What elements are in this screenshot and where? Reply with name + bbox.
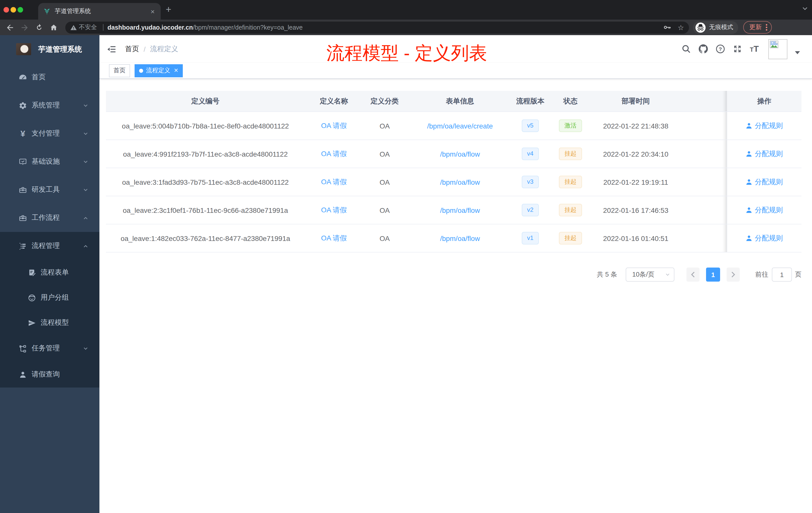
sidebar-item-payment[interactable]: ¥ 支付管理 bbox=[0, 119, 99, 148]
goto-page-input[interactable] bbox=[772, 268, 792, 281]
bookmark-star-icon[interactable]: ☆ bbox=[678, 24, 684, 31]
reload-button[interactable] bbox=[35, 23, 44, 32]
sidebar-item-process-management[interactable]: 流程管理 bbox=[0, 232, 99, 260]
forward-button[interactable] bbox=[20, 23, 29, 32]
page-number-1[interactable]: 1 bbox=[706, 268, 720, 281]
cell-definition-category: OA bbox=[363, 122, 406, 130]
table-row: oa_leave:1:482ec033-762a-11ec-8477-a2380… bbox=[106, 224, 802, 252]
breadcrumb-home[interactable]: 首页 bbox=[125, 44, 139, 54]
select-caret-icon bbox=[665, 273, 670, 276]
github-icon[interactable] bbox=[699, 44, 708, 54]
sidebar-item-infrastructure[interactable]: 基础设施 bbox=[0, 148, 99, 176]
fullscreen-icon[interactable] bbox=[733, 44, 743, 54]
window-chevron-icon[interactable] bbox=[802, 6, 808, 10]
form-info-link[interactable]: /bpm/oa/flow bbox=[440, 150, 480, 158]
back-button[interactable] bbox=[5, 23, 14, 32]
incognito-badge: 无痕模式 bbox=[693, 21, 738, 34]
column-header-deploy-time: 部署时间 bbox=[594, 97, 677, 105]
status-badge: 激活 bbox=[559, 119, 582, 132]
app-logo-row[interactable]: 芋道管理系统 bbox=[0, 35, 99, 63]
sidebar-item-home[interactable]: 首页 bbox=[0, 63, 99, 91]
sidebar-toggle-icon[interactable] bbox=[107, 44, 116, 54]
assign-rule-button[interactable]: 分配规则 bbox=[746, 121, 783, 130]
help-icon[interactable]: ? bbox=[716, 44, 725, 54]
definition-name-link[interactable]: OA 请假 bbox=[321, 234, 347, 242]
chevron-down-icon bbox=[83, 345, 88, 351]
sidebar-item-workflow[interactable]: 工作流程 bbox=[0, 204, 99, 232]
cell-deploy-time: 2022-01-16 17:46:53 bbox=[594, 206, 677, 214]
url-path[interactable]: /bpm/manager/definition?key=oa_leave bbox=[193, 24, 302, 31]
avatar[interactable] bbox=[768, 39, 787, 59]
table-row: oa_leave:5:004b710b-7b8a-11ec-8ef0-acde4… bbox=[106, 112, 802, 140]
sidebar-item-task-management[interactable]: 任务管理 bbox=[0, 335, 99, 361]
sidebar-item-label: 用户分组 bbox=[41, 293, 69, 302]
form-info-link[interactable]: /bpm/oa/flow bbox=[440, 206, 480, 214]
sidebar-item-process-model[interactable]: 流程模型 bbox=[0, 310, 99, 335]
window-close-button[interactable] bbox=[3, 7, 9, 12]
cell-definition-category: OA bbox=[363, 206, 406, 214]
sidebar-item-leave-query[interactable]: 请假查询 bbox=[0, 361, 99, 388]
tab-title: 芋道管理系统 bbox=[55, 7, 150, 16]
window-minimize-button[interactable] bbox=[10, 7, 16, 12]
prev-page-button[interactable] bbox=[687, 268, 699, 281]
tag-home[interactable]: 首页 bbox=[109, 64, 130, 77]
pagination: 共 5 条 10条/页 1 前往 bbox=[106, 268, 802, 281]
table-row: oa_leave:2:3c1f0ef1-76b1-11ec-9c66-a2380… bbox=[106, 196, 802, 224]
font-size-icon[interactable]: TT bbox=[750, 44, 759, 54]
tab-close-icon[interactable]: × bbox=[150, 7, 156, 15]
browser-update-button[interactable]: 更新 bbox=[743, 21, 772, 34]
assign-rule-button[interactable]: 分配规则 bbox=[746, 234, 783, 243]
search-icon[interactable] bbox=[682, 44, 691, 54]
goto-label: 前往 bbox=[755, 270, 768, 279]
new-tab-button[interactable]: + bbox=[166, 4, 171, 15]
incognito-label: 无痕模式 bbox=[709, 23, 733, 32]
page-size-select[interactable]: 10条/页 bbox=[626, 268, 674, 281]
password-key-icon[interactable] bbox=[663, 23, 672, 32]
assign-rule-button[interactable]: 分配规则 bbox=[746, 149, 783, 158]
assign-rule-button[interactable]: 分配规则 bbox=[746, 177, 783, 186]
cell-definition-id: oa_leave:5:004b710b-7b8a-11ec-8ef0-acde4… bbox=[106, 122, 305, 130]
pagination-total: 共 5 条 bbox=[597, 270, 617, 279]
security-label[interactable]: 不安全 bbox=[79, 23, 97, 32]
app-logo-image bbox=[16, 43, 31, 55]
next-page-button[interactable] bbox=[727, 268, 740, 281]
home-button[interactable] bbox=[49, 23, 58, 32]
status-badge: 挂起 bbox=[559, 232, 582, 244]
definition-name-link[interactable]: OA 请假 bbox=[321, 121, 347, 129]
chevron-up-icon bbox=[83, 215, 88, 221]
definition-name-link[interactable]: OA 请假 bbox=[321, 177, 347, 185]
caret-down-icon[interactable] bbox=[795, 51, 800, 54]
tag-close-icon[interactable]: ✕ bbox=[174, 67, 178, 74]
form-info-link[interactable]: /bpm/oa/flow bbox=[440, 178, 480, 186]
assign-rule-button[interactable]: 分配规则 bbox=[746, 206, 783, 215]
column-header-process-version: 流程版本 bbox=[514, 97, 547, 105]
definition-name-link[interactable]: OA 请假 bbox=[321, 149, 347, 157]
not-secure-warning-icon[interactable] bbox=[70, 24, 77, 30]
browser-tabstrip: 芋道管理系统 × + bbox=[0, 0, 812, 20]
chevron-left-icon bbox=[691, 272, 695, 278]
url-domain[interactable]: dashboard.yudao.iocoder.cn bbox=[108, 24, 193, 31]
form-info-link[interactable]: /bpm/oa/flow bbox=[440, 234, 480, 242]
definition-name-link[interactable]: OA 请假 bbox=[321, 206, 347, 214]
update-label[interactable]: 更新 bbox=[749, 23, 762, 32]
assign-rule-label: 分配规则 bbox=[755, 234, 783, 243]
sidebar-item-process-form[interactable]: 流程表单 bbox=[0, 260, 99, 285]
cell-definition-id: oa_leave:3:1fad3d93-7b75-11ec-a3c8-acde4… bbox=[106, 178, 305, 186]
cell-deploy-time: 2022-01-16 01:40:51 bbox=[594, 234, 677, 242]
cell-filler bbox=[677, 112, 727, 140]
form-info-link[interactable]: /bpm/oa/leave/create bbox=[427, 122, 493, 130]
browser-tab[interactable]: 芋道管理系统 × bbox=[38, 3, 161, 20]
sidebar-item-system[interactable]: 系统管理 bbox=[0, 91, 99, 119]
toolbox-icon bbox=[19, 185, 27, 194]
cell-definition-category: OA bbox=[363, 178, 406, 186]
chevron-down-icon bbox=[83, 103, 88, 108]
breadcrumb: 首页 / 流程定义 bbox=[125, 44, 178, 54]
sidebar-item-devtools[interactable]: 研发工具 bbox=[0, 176, 99, 204]
dashboard-icon bbox=[19, 73, 27, 82]
sidebar-item-label: 流程管理 bbox=[32, 241, 60, 250]
window-zoom-button[interactable] bbox=[18, 7, 23, 12]
browser-menu-icon[interactable] bbox=[766, 24, 767, 31]
address-bar[interactable]: 不安全 dashboard.yudao.iocoder.cn/bpm/manag… bbox=[65, 21, 689, 33]
tag-process-definition[interactable]: 流程定义 ✕ bbox=[135, 64, 183, 77]
sidebar-item-user-group[interactable]: 用户分组 bbox=[0, 285, 99, 310]
